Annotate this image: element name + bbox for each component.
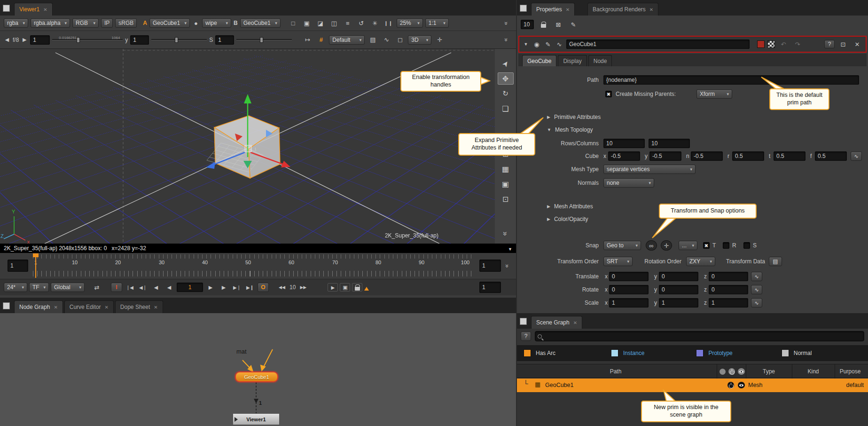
tab-properties[interactable]: Properties: [531, 3, 575, 16]
close-icon[interactable]: [104, 305, 108, 310]
slate-icon[interactable]: [367, 35, 378, 45]
close-icon[interactable]: [154, 305, 157, 310]
scenegraph-search-input[interactable]: [535, 331, 864, 341]
snap-translate-checkbox[interactable]: [703, 242, 710, 249]
edit-node-button[interactable]: [568, 19, 579, 30]
input-a-dropdown[interactable]: GeoCube1: [149, 18, 190, 28]
info-bar-expand-icon[interactable]: [508, 244, 512, 252]
stack-views-icon[interactable]: [328, 18, 340, 28]
header-solo-icon[interactable]: [719, 369, 726, 375]
close-icon[interactable]: [54, 305, 57, 310]
cube-r-field[interactable]: 0.5: [732, 151, 764, 161]
header-visibility-icon[interactable]: [738, 368, 745, 375]
playback-range-field[interactable]: 1: [479, 282, 501, 293]
display-channels-dropdown[interactable]: RGB: [72, 18, 99, 28]
section-color-opacity[interactable]: ▶ Color/Opacity: [547, 216, 588, 222]
frame-selection-icon[interactable]: [498, 178, 514, 190]
rotation-order-dropdown[interactable]: ZXY: [686, 257, 715, 266]
input-a-dot-icon[interactable]: ●: [192, 18, 200, 28]
row-visibility-icon[interactable]: [738, 382, 745, 388]
tab-scene-graph[interactable]: Scene Graph: [531, 316, 582, 329]
panel-grip-icon[interactable]: [520, 5, 527, 12]
timeline-out-field[interactable]: 1: [479, 260, 501, 272]
strip-overflow-icon[interactable]: [498, 228, 514, 240]
rotate-z-field[interactable]: 0: [709, 285, 748, 294]
rotate-y-field[interactable]: 0: [659, 285, 698, 294]
redo-button[interactable]: [792, 39, 803, 49]
rotate-animation-button[interactable]: [751, 285, 762, 294]
capture-button[interactable]: [340, 283, 350, 292]
snap-link-button[interactable]: [646, 240, 657, 251]
play-backward-button[interactable]: [164, 282, 175, 292]
saturation-slider-handle[interactable]: [260, 37, 263, 43]
node-expression-icon[interactable]: [555, 39, 563, 49]
tab-background-renders[interactable]: Background Renders: [587, 3, 658, 16]
node-color-swatch[interactable]: [757, 40, 765, 48]
set-out-button[interactable]: O: [258, 283, 269, 292]
cube-t-field[interactable]: 0.5: [774, 151, 805, 161]
lock-range-button[interactable]: [352, 283, 362, 292]
max-panels-field[interactable]: 10: [521, 20, 534, 29]
tab-viewer1[interactable]: Viewer1: [14, 3, 53, 16]
forward-increment-button[interactable]: [297, 282, 309, 292]
close-panel-button[interactable]: [852, 39, 863, 49]
tab-dope-sheet[interactable]: Dope Sheet: [115, 300, 163, 313]
goto-end-button[interactable]: [244, 282, 256, 292]
scenegraph-help-button[interactable]: ?: [521, 331, 531, 341]
gamma-field[interactable]: 1: [130, 35, 149, 45]
gain-slider[interactable]: 0.0166251 1064: [52, 36, 123, 44]
lock-view-icon[interactable]: [498, 193, 514, 205]
timeline-overflow-icon[interactable]: [502, 260, 513, 271]
playhead-flag[interactable]: [33, 253, 39, 257]
saturation-field[interactable]: 1: [215, 35, 234, 45]
timeline-minor-ticks[interactable]: [33, 254, 472, 259]
collapse-panel-icon[interactable]: [522, 39, 530, 49]
tab-curve-editor[interactable]: Curve Editor: [64, 300, 114, 313]
transform-handles-icon[interactable]: [498, 72, 514, 85]
tree-branch-icon[interactable]: └: [524, 380, 528, 387]
tf-dropdown[interactable]: TF: [29, 283, 49, 292]
panel-grip-icon[interactable]: [520, 318, 527, 325]
next-frame-button[interactable]: [218, 282, 229, 292]
tab-display[interactable]: Display: [558, 55, 586, 66]
toolbar2-overflow-icon[interactable]: [501, 35, 512, 45]
section-mesh-topology[interactable]: ▼ Mesh Topology: [547, 126, 593, 133]
lut-curve-icon[interactable]: [381, 35, 392, 45]
node-viewer1[interactable]: Viewer1: [233, 413, 280, 425]
close-icon[interactable]: [573, 320, 577, 325]
clear-panels-button[interactable]: [553, 19, 564, 30]
scenegraph-row-geocube1[interactable]: └ GeoCube1 Mesh default: [517, 379, 868, 392]
node-edit-icon[interactable]: [544, 39, 552, 49]
snap-magnet-button[interactable]: [661, 240, 672, 251]
columns-field[interactable]: 10: [649, 139, 690, 148]
timeline-ruler[interactable]: 1 10 20 30 40 50 60 70 80 90 100: [0, 260, 516, 269]
cube-y-field[interactable]: -0.5: [649, 151, 681, 161]
fps-dropdown[interactable]: 24*: [4, 283, 27, 292]
cube-n-field[interactable]: -0.5: [691, 151, 723, 161]
create-missing-dropdown[interactable]: Xform: [696, 89, 732, 99]
goto-start-button[interactable]: [124, 282, 135, 292]
gamma-slider-handle[interactable]: [175, 37, 178, 43]
tab-node-graph[interactable]: Node Graph: [14, 300, 63, 313]
tab-geocube[interactable]: GeoCube: [522, 55, 556, 66]
playback-marker-icon[interactable]: [364, 287, 369, 291]
cube-x-field[interactable]: -0.5: [608, 151, 640, 161]
close-icon[interactable]: [649, 7, 653, 12]
refresh-icon[interactable]: [356, 18, 367, 28]
transform-data-button[interactable]: [769, 257, 782, 266]
current-frame-field[interactable]: 1: [177, 283, 203, 292]
fstop-increase-icon[interactable]: [21, 35, 28, 45]
layer-dropdown[interactable]: rgba: [4, 18, 28, 28]
saturation-slider[interactable]: [236, 36, 292, 44]
prev-keyframe-button[interactable]: [137, 282, 149, 292]
fstop-decrease-icon[interactable]: [4, 35, 10, 45]
header-active-icon[interactable]: [728, 368, 735, 375]
marquee-icon[interactable]: [394, 35, 406, 45]
scale-tool-icon[interactable]: [498, 103, 514, 115]
scale-z-field[interactable]: 1: [709, 298, 748, 308]
panel-grip-icon[interactable]: [3, 5, 10, 12]
snap-rotate-checkbox[interactable]: [723, 242, 729, 249]
pixel-aspect-dropdown[interactable]: 1:1: [425, 18, 449, 28]
play-forward-button[interactable]: [205, 282, 216, 292]
scale-y-field[interactable]: 1: [659, 298, 698, 308]
